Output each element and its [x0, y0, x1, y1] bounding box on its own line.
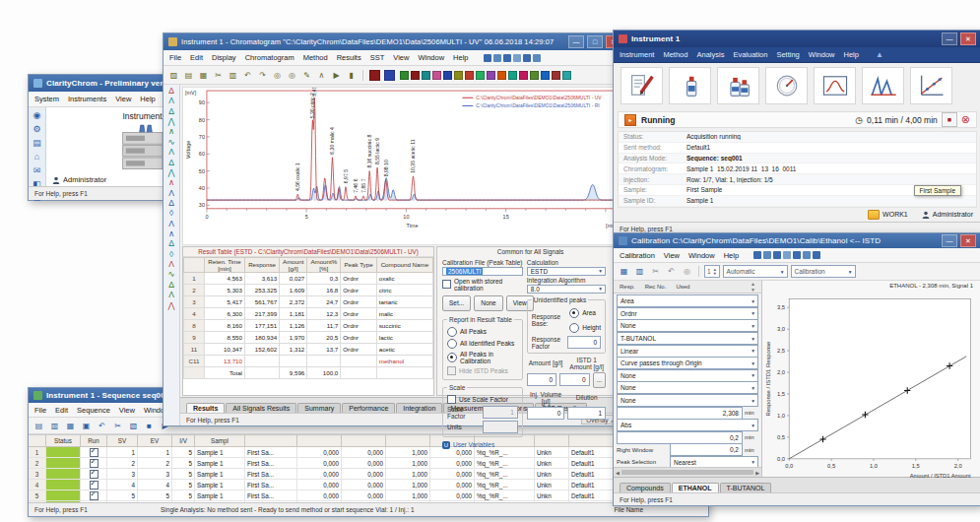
sequence-column-header[interactable]: Run [81, 435, 107, 446]
peak-tool-icon[interactable]: Λ [168, 290, 174, 299]
result-column-header[interactable]: Compound Name [376, 257, 432, 272]
calibration-title-bar[interactable]: Calibration C:\ClarityChrom\DataFiles\DE… [614, 233, 980, 248]
sequence-cell[interactable]: 0,000 [342, 490, 386, 500]
user-item[interactable]: Administrator [922, 211, 973, 219]
instrument-menu-item[interactable]: Evaluation [733, 50, 767, 59]
sequence-cell[interactable]: %q_%R_... [475, 458, 535, 468]
save-icon[interactable]: ▥ [633, 265, 646, 279]
sequence-cell[interactable]: 1 [107, 447, 138, 457]
calibration-menu-item[interactable]: View [664, 251, 680, 260]
sequence-cell[interactable]: %q_%R_... [475, 469, 535, 479]
chromatogram-menu-item[interactable]: View [393, 53, 409, 62]
result-row[interactable]: Total9,596100,0 [184, 366, 433, 378]
sequence-cell[interactable]: Unkn [535, 490, 569, 500]
abort-icon[interactable]: ⊗ [961, 114, 970, 125]
setting-dropdown[interactable]: None▾ [617, 394, 758, 407]
setting-dropdown[interactable]: Nearest▾ [670, 456, 758, 467]
sequence-cell[interactable]: 3 [138, 469, 172, 479]
peak-tool-icon[interactable]: ∿ [167, 137, 174, 147]
sequence-column-header[interactable]: EV [138, 435, 172, 446]
amount-input[interactable]: 0 [527, 373, 556, 386]
sequence-cell[interactable]: Unkn [535, 469, 569, 479]
open-stored-calibration-checkbox[interactable]: Open with stored calibration [442, 278, 523, 292]
sequence-cell[interactable]: Unkn [535, 447, 569, 457]
sequence-samples-button[interactable] [717, 67, 759, 104]
signal-color-square[interactable] [443, 71, 452, 80]
sequence-cell[interactable]: 1,000 [386, 490, 430, 500]
calculation-dropdown[interactable]: ESTD▾ [527, 267, 606, 276]
calibration-file-button[interactable]: None [474, 295, 503, 311]
result-column-header[interactable]: Peak Type [341, 257, 376, 272]
chromatogram-tool-icon[interactable]: ✎ [300, 68, 313, 82]
calibration-plot[interactable]: 0,00,51,01,52,02,53,03,50,00,51,01,52,0A… [762, 293, 980, 490]
chromatogram-tool-icon[interactable]: ↷ [256, 68, 269, 82]
recalc-level-spinner[interactable]: 1 ▲▼ [704, 265, 720, 278]
result-column-header[interactable]: Response [245, 257, 280, 272]
signal-color-square[interactable] [541, 71, 550, 80]
result-row[interactable]: 25,303253,3251,60916,8Ordnrcitric [184, 284, 433, 295]
setting-dropdown[interactable]: Abs▾ [617, 419, 758, 431]
close-button[interactable]: ✕ [960, 234, 976, 247]
chromatogram-button[interactable] [862, 67, 904, 104]
result-row[interactable]: C1113,710methanol [184, 355, 433, 366]
sequence-cell[interactable]: 1,000 [386, 469, 430, 479]
sequence-tool-icon[interactable]: ▧ [127, 419, 140, 432]
sequence-column-header[interactable]: SV [107, 435, 138, 446]
device-monitor-button[interactable] [765, 67, 808, 104]
print-icon[interactable]: ▦ [618, 265, 630, 279]
use-scale-factor-checkbox[interactable]: Use Scale Factor [447, 395, 518, 404]
response-base-option[interactable]: Area [569, 308, 601, 318]
side-tool-icon[interactable]: ⚙ [33, 124, 40, 134]
peak-tool-icon[interactable]: ⋀ [168, 167, 175, 177]
sequence-column-header[interactable] [297, 435, 342, 446]
sequence-column-header[interactable]: I/V [172, 435, 195, 446]
sequence-cell[interactable]: 1,000 [386, 480, 430, 489]
peak-tool-icon[interactable]: Λ [168, 147, 174, 157]
checkbox-icon[interactable] [90, 459, 98, 468]
sequence-column-header[interactable] [342, 435, 386, 446]
sequence-cell[interactable]: 5 [172, 458, 195, 468]
chromatogram-menu-item[interactable]: Results [337, 53, 361, 62]
setting-dropdown[interactable]: Linear▾ [617, 345, 758, 358]
sequence-cell[interactable]: First Sa... [245, 480, 297, 489]
mode-dropdown[interactable]: Automatic▾ [723, 265, 788, 278]
setting-dropdown[interactable]: Curve passes through Origin▾ [617, 357, 758, 369]
single-analysis-button[interactable] [814, 67, 856, 104]
scale-factor-input[interactable]: 1 [483, 406, 518, 419]
sequence-cell[interactable]: First Sa... [245, 469, 297, 479]
peak-tool-icon[interactable]: ∧ [168, 177, 174, 187]
checkbox-icon[interactable] [90, 470, 98, 479]
sequence-cell[interactable]: 1,000 [386, 447, 430, 457]
tab-results[interactable]: Results [186, 403, 225, 413]
peak-tool-icon[interactable]: Δ [168, 238, 174, 248]
calibration-file-button[interactable]: Set... [442, 295, 471, 311]
sequence-tool-icon[interactable]: ▤ [33, 419, 45, 432]
sequence-cell[interactable]: 1,000 [386, 458, 430, 468]
sequence-column-header[interactable]: Status [46, 435, 81, 446]
main-menu-item[interactable]: Help [140, 95, 155, 103]
sequence-cell[interactable]: 0,000 [297, 458, 342, 468]
sequence-cell[interactable]: 5 [172, 490, 195, 500]
method-setup-button[interactable] [621, 67, 663, 104]
chromatogram-menu-item[interactable]: Help [453, 53, 468, 62]
sequence-cell[interactable] [81, 458, 107, 468]
scroll-arrows-icon[interactable]: ▲▼ [751, 281, 755, 293]
sequence-cell[interactable]: 5 [107, 490, 138, 500]
sequence-cell[interactable]: 0,000 [297, 469, 342, 479]
sequence-column-header[interactable]: Sampl [195, 435, 245, 446]
chromatogram-tool-icon[interactable]: ∧ [315, 68, 328, 82]
sequence-cell[interactable]: 0,000 [430, 490, 475, 500]
sequence-tool-icon[interactable]: ▦ [64, 419, 77, 432]
minimize-button[interactable]: — [942, 33, 957, 45]
sequence-cell[interactable]: 1 [138, 447, 172, 457]
undo-icon[interactable]: ↶ [665, 265, 678, 279]
side-tool-icon[interactable]: ◉ [33, 110, 41, 120]
scroll-left-icon[interactable]: ◀ [616, 470, 620, 476]
signal-color-square[interactable] [508, 71, 517, 80]
sequence-cell[interactable]: Sample 1 [195, 490, 245, 500]
sequence-cell[interactable]: Sample 1 [195, 458, 245, 468]
sequence-tool-icon[interactable]: ↶ [96, 419, 108, 432]
sequence-cell[interactable]: Unkn [535, 480, 569, 489]
calibration-menu-item[interactable]: Window [688, 251, 715, 260]
close-button[interactable]: ✕ [960, 33, 976, 45]
